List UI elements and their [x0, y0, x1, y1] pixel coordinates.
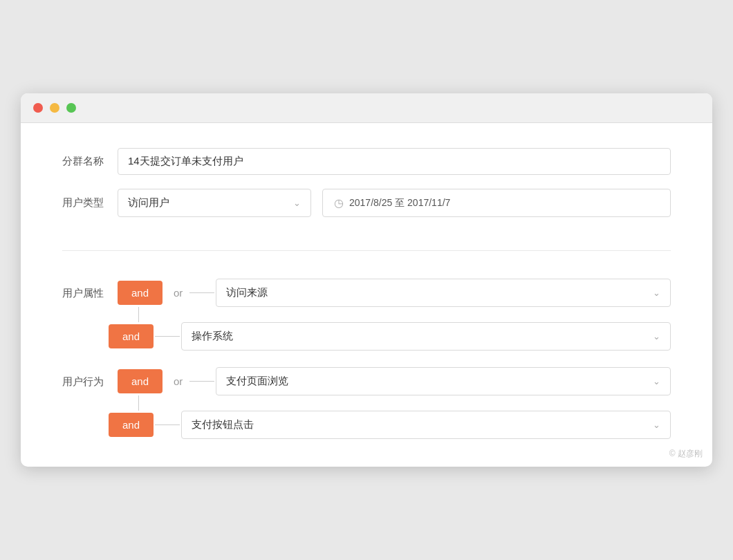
- behavior-andor-2-wrap: and: [118, 413, 154, 437]
- attr-row-1: and or 访问来源 ⌄: [118, 279, 671, 307]
- main-window: 分群名称 用户类型 访问用户 ⌄ ◷ 2017/8/25 至 2017/11/7: [21, 93, 712, 467]
- behavior-row-2: and 支付按钮点击 ⌄: [118, 411, 671, 439]
- attr-or-btn-1[interactable]: or: [168, 281, 188, 305]
- chevron-down-icon: ⌄: [653, 420, 660, 430]
- attr-rows: and or 访问来源 ⌄: [118, 279, 671, 351]
- type-select-wrap: 访问用户 ⌄ ◷ 2017/8/25 至 2017/11/7: [118, 189, 671, 217]
- attr-select-2[interactable]: 操作系统 ⌄: [181, 322, 671, 351]
- attr-vline-wrap: [138, 307, 671, 322]
- behavior-row-1: and or 支付页面浏览 ⌄: [118, 367, 671, 395]
- name-input[interactable]: [118, 148, 671, 175]
- chevron-down-icon: ⌄: [653, 376, 660, 386]
- connector-h-1: [189, 292, 214, 293]
- date-range-value: 2017/8/25 至 2017/11/7: [349, 197, 450, 209]
- attr-label: 用户属性: [62, 279, 118, 300]
- minimize-dot[interactable]: [50, 103, 59, 113]
- user-type-select[interactable]: 访问用户 ⌄: [118, 189, 311, 217]
- behavior-or-btn-1[interactable]: or: [168, 369, 188, 393]
- section-conditions: 用户属性 and or 访问来源 ⌄: [62, 272, 671, 439]
- content-area: 分群名称 用户类型 访问用户 ⌄ ◷ 2017/8/25 至 2017/11/7: [21, 123, 712, 467]
- type-row: 用户类型 访问用户 ⌄ ◷ 2017/8/25 至 2017/11/7: [62, 189, 671, 217]
- behavior-label: 用户行为: [62, 367, 118, 389]
- type-label: 用户类型: [62, 196, 118, 209]
- titlebar: [21, 93, 712, 123]
- name-row: 分群名称: [62, 148, 671, 175]
- user-type-value: 访问用户: [128, 196, 169, 209]
- behavior-rows: and or 支付页面浏览 ⌄: [118, 367, 671, 439]
- section-top: 分群名称 用户类型 访问用户 ⌄ ◷ 2017/8/25 至 2017/11/7: [62, 148, 671, 251]
- attr-select-1-value: 访问来源: [226, 286, 268, 299]
- date-range-box[interactable]: ◷ 2017/8/25 至 2017/11/7: [322, 189, 671, 217]
- behavior-group: 用户行为 and or 支付页面浏览 ⌄: [62, 367, 671, 439]
- attr-andor-2-wrap: and: [118, 324, 154, 348]
- behavior-vline-wrap: [138, 395, 671, 411]
- attr-andor-1: and or: [118, 281, 188, 305]
- attr-select-2-value: 操作系统: [192, 330, 233, 343]
- behavior-select-2[interactable]: 支付按钮点击 ⌄: [181, 411, 671, 439]
- attr-row-2: and 操作系统 ⌄: [118, 322, 671, 351]
- window-body: 分群名称 用户类型 访问用户 ⌄ ◷ 2017/8/25 至 2017/11/7: [21, 123, 712, 467]
- chevron-down-icon: ⌄: [653, 288, 660, 298]
- attr-and-btn-2[interactable]: and: [109, 324, 154, 348]
- behavior-and-btn-1[interactable]: and: [118, 369, 163, 393]
- attr-vline: [138, 307, 139, 322]
- behavior-andor-1: and or: [118, 369, 188, 393]
- behavior-and-btn-2[interactable]: and: [109, 413, 154, 437]
- name-label: 分群名称: [62, 155, 118, 168]
- connector-h-4: [155, 424, 180, 425]
- attr-and-btn-1[interactable]: and: [118, 281, 163, 305]
- attr-select-1[interactable]: 访问来源 ⌄: [216, 279, 671, 307]
- attr-group: 用户属性 and or 访问来源 ⌄: [62, 279, 671, 351]
- connector-h-2: [155, 336, 180, 337]
- connector-h-3: [189, 381, 214, 382]
- behavior-select-1-value: 支付页面浏览: [226, 375, 288, 388]
- chevron-down-icon: ⌄: [653, 331, 660, 342]
- behavior-select-2-value: 支付按钮点击: [192, 418, 254, 431]
- close-dot[interactable]: [33, 103, 43, 113]
- behavior-select-1[interactable]: 支付页面浏览 ⌄: [216, 367, 671, 395]
- chevron-down-icon: ⌄: [293, 198, 301, 208]
- behavior-vline: [138, 395, 139, 411]
- clock-icon: ◷: [334, 196, 344, 209]
- maximize-dot[interactable]: [66, 103, 76, 113]
